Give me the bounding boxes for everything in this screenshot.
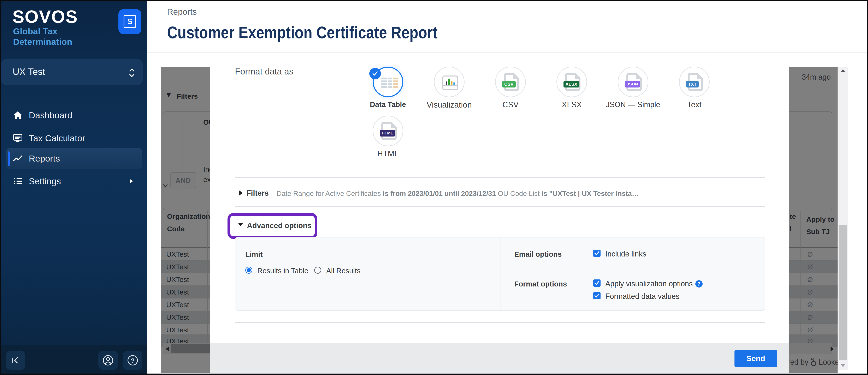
svg-text:?: ?: [131, 357, 134, 364]
